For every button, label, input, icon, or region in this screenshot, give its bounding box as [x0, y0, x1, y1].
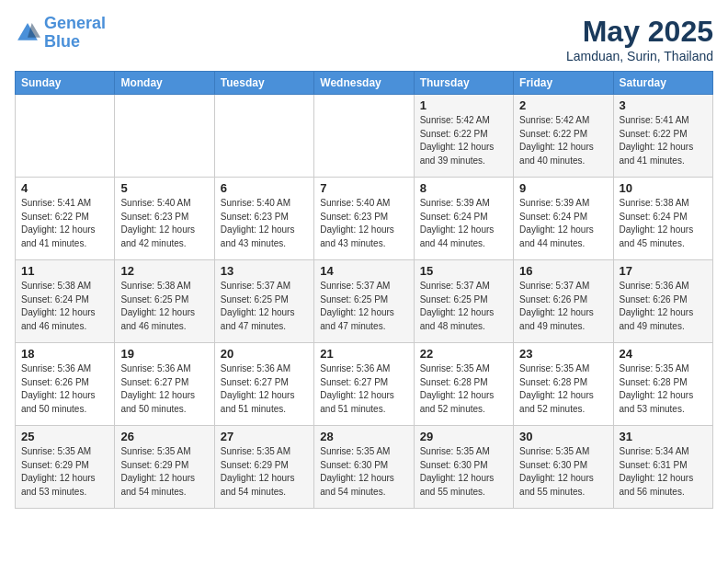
day-number: 16: [519, 264, 607, 278]
calendar-cell: 4Sunrise: 5:41 AM Sunset: 6:22 PM Daylig…: [16, 178, 115, 260]
calendar-cell: [115, 95, 214, 178]
week-row-2: 4Sunrise: 5:41 AM Sunset: 6:22 PM Daylig…: [16, 178, 713, 260]
calendar-cell: [314, 95, 414, 178]
logo-icon: [15, 20, 40, 46]
logo-blue: Blue: [44, 32, 80, 51]
calendar-cell: 30Sunrise: 5:35 AM Sunset: 6:30 PM Dayli…: [514, 426, 613, 509]
weekday-header-sunday: Sunday: [16, 72, 115, 95]
weekday-header-tuesday: Tuesday: [214, 72, 313, 95]
day-info: Sunrise: 5:38 AM Sunset: 6:24 PM Dayligh…: [21, 280, 108, 333]
weekday-header-wednesday: Wednesday: [314, 72, 414, 95]
day-number: 11: [21, 264, 108, 278]
calendar-cell: [214, 95, 313, 178]
day-number: 9: [519, 181, 607, 195]
day-info: Sunrise: 5:35 AM Sunset: 6:29 PM Dayligh…: [120, 445, 208, 499]
calendar-cell: 16Sunrise: 5:37 AM Sunset: 6:26 PM Dayli…: [514, 260, 613, 343]
day-number: 21: [320, 347, 407, 361]
day-number: 12: [120, 264, 208, 278]
day-number: 18: [21, 347, 108, 361]
day-number: 30: [519, 430, 607, 443]
calendar-cell: 29Sunrise: 5:35 AM Sunset: 6:30 PM Dayli…: [414, 426, 513, 509]
day-info: Sunrise: 5:39 AM Sunset: 6:24 PM Dayligh…: [519, 197, 607, 250]
calendar-cell: 15Sunrise: 5:37 AM Sunset: 6:25 PM Dayli…: [414, 260, 513, 343]
day-info: Sunrise: 5:38 AM Sunset: 6:24 PM Dayligh…: [620, 197, 707, 250]
day-number: 19: [120, 347, 208, 361]
calendar-cell: 8Sunrise: 5:39 AM Sunset: 6:24 PM Daylig…: [414, 178, 513, 260]
day-info: Sunrise: 5:42 AM Sunset: 6:22 PM Dayligh…: [519, 114, 607, 167]
day-info: Sunrise: 5:40 AM Sunset: 6:23 PM Dayligh…: [221, 197, 308, 250]
calendar-cell: 5Sunrise: 5:40 AM Sunset: 6:23 PM Daylig…: [115, 178, 214, 260]
week-row-1: 1Sunrise: 5:42 AM Sunset: 6:22 PM Daylig…: [16, 95, 713, 178]
day-number: 17: [620, 264, 707, 278]
week-row-3: 11Sunrise: 5:38 AM Sunset: 6:24 PM Dayli…: [16, 260, 713, 343]
day-info: Sunrise: 5:37 AM Sunset: 6:26 PM Dayligh…: [519, 280, 607, 333]
day-number: 14: [320, 264, 407, 278]
day-info: Sunrise: 5:36 AM Sunset: 6:27 PM Dayligh…: [221, 362, 308, 416]
logo: General Blue: [15, 15, 106, 52]
day-info: Sunrise: 5:40 AM Sunset: 6:23 PM Dayligh…: [320, 197, 407, 250]
calendar-cell: 9Sunrise: 5:39 AM Sunset: 6:24 PM Daylig…: [514, 178, 613, 260]
calendar-cell: 11Sunrise: 5:38 AM Sunset: 6:24 PM Dayli…: [16, 260, 115, 343]
day-number: 26: [120, 430, 208, 443]
month-title: May 2025: [566, 15, 713, 49]
calendar-table: SundayMondayTuesdayWednesdayThursdayFrid…: [15, 71, 713, 509]
day-info: Sunrise: 5:37 AM Sunset: 6:25 PM Dayligh…: [420, 280, 507, 333]
weekday-header-friday: Friday: [514, 72, 613, 95]
day-number: 20: [221, 347, 308, 361]
weekday-header-row: SundayMondayTuesdayWednesdayThursdayFrid…: [16, 72, 713, 95]
day-number: 5: [120, 181, 208, 195]
calendar-cell: 3Sunrise: 5:41 AM Sunset: 6:22 PM Daylig…: [613, 95, 712, 178]
day-number: 3: [620, 98, 707, 112]
logo-text: General Blue: [44, 15, 106, 52]
day-number: 7: [320, 181, 407, 195]
calendar-cell: 18Sunrise: 5:36 AM Sunset: 6:26 PM Dayli…: [16, 343, 115, 426]
logo-general: General: [44, 14, 106, 32]
calendar-cell: 24Sunrise: 5:35 AM Sunset: 6:28 PM Dayli…: [613, 343, 712, 426]
day-number: 13: [221, 264, 308, 278]
calendar-cell: 12Sunrise: 5:38 AM Sunset: 6:25 PM Dayli…: [115, 260, 214, 343]
day-info: Sunrise: 5:38 AM Sunset: 6:25 PM Dayligh…: [120, 280, 208, 333]
calendar-cell: 22Sunrise: 5:35 AM Sunset: 6:28 PM Dayli…: [414, 343, 513, 426]
calendar-cell: 28Sunrise: 5:35 AM Sunset: 6:30 PM Dayli…: [314, 426, 414, 509]
day-info: Sunrise: 5:35 AM Sunset: 6:28 PM Dayligh…: [420, 362, 507, 416]
calendar-cell: 2Sunrise: 5:42 AM Sunset: 6:22 PM Daylig…: [514, 95, 613, 178]
day-info: Sunrise: 5:42 AM Sunset: 6:22 PM Dayligh…: [420, 114, 507, 167]
calendar-cell: 31Sunrise: 5:34 AM Sunset: 6:31 PM Dayli…: [613, 426, 712, 509]
day-info: Sunrise: 5:35 AM Sunset: 6:30 PM Dayligh…: [519, 445, 607, 499]
day-info: Sunrise: 5:41 AM Sunset: 6:22 PM Dayligh…: [620, 114, 707, 167]
calendar-cell: 6Sunrise: 5:40 AM Sunset: 6:23 PM Daylig…: [214, 178, 313, 260]
calendar-cell: 10Sunrise: 5:38 AM Sunset: 6:24 PM Dayli…: [613, 178, 712, 260]
title-block: May 2025 Lamduan, Surin, Thailand: [566, 15, 713, 63]
day-info: Sunrise: 5:35 AM Sunset: 6:28 PM Dayligh…: [620, 362, 707, 416]
day-info: Sunrise: 5:35 AM Sunset: 6:30 PM Dayligh…: [320, 445, 407, 499]
page-header: General Blue May 2025 Lamduan, Surin, Th…: [15, 15, 713, 63]
day-number: 4: [21, 181, 108, 195]
day-number: 27: [221, 430, 308, 443]
day-info: Sunrise: 5:37 AM Sunset: 6:25 PM Dayligh…: [320, 280, 407, 333]
location: Lamduan, Surin, Thailand: [566, 49, 713, 63]
day-info: Sunrise: 5:36 AM Sunset: 6:26 PM Dayligh…: [21, 362, 108, 416]
day-number: 15: [420, 264, 507, 278]
day-number: 1: [420, 98, 507, 112]
calendar-cell: 26Sunrise: 5:35 AM Sunset: 6:29 PM Dayli…: [115, 426, 214, 509]
day-info: Sunrise: 5:35 AM Sunset: 6:29 PM Dayligh…: [221, 445, 308, 499]
day-number: 2: [519, 98, 607, 112]
calendar-cell: 19Sunrise: 5:36 AM Sunset: 6:27 PM Dayli…: [115, 343, 214, 426]
day-number: 22: [420, 347, 507, 361]
day-number: 29: [420, 430, 507, 443]
week-row-4: 18Sunrise: 5:36 AM Sunset: 6:26 PM Dayli…: [16, 343, 713, 426]
day-info: Sunrise: 5:35 AM Sunset: 6:28 PM Dayligh…: [519, 362, 607, 416]
day-info: Sunrise: 5:40 AM Sunset: 6:23 PM Dayligh…: [120, 197, 208, 250]
day-info: Sunrise: 5:36 AM Sunset: 6:27 PM Dayligh…: [320, 362, 407, 416]
calendar-cell: 27Sunrise: 5:35 AM Sunset: 6:29 PM Dayli…: [214, 426, 313, 509]
day-number: 28: [320, 430, 407, 443]
day-number: 23: [519, 347, 607, 361]
day-number: 8: [420, 181, 507, 195]
day-info: Sunrise: 5:41 AM Sunset: 6:22 PM Dayligh…: [21, 197, 108, 250]
day-number: 10: [620, 181, 707, 195]
calendar-cell: 25Sunrise: 5:35 AM Sunset: 6:29 PM Dayli…: [16, 426, 115, 509]
calendar-cell: 1Sunrise: 5:42 AM Sunset: 6:22 PM Daylig…: [414, 95, 513, 178]
calendar-cell: 17Sunrise: 5:36 AM Sunset: 6:26 PM Dayli…: [613, 260, 712, 343]
weekday-header-saturday: Saturday: [613, 72, 712, 95]
calendar-cell: 21Sunrise: 5:36 AM Sunset: 6:27 PM Dayli…: [314, 343, 414, 426]
